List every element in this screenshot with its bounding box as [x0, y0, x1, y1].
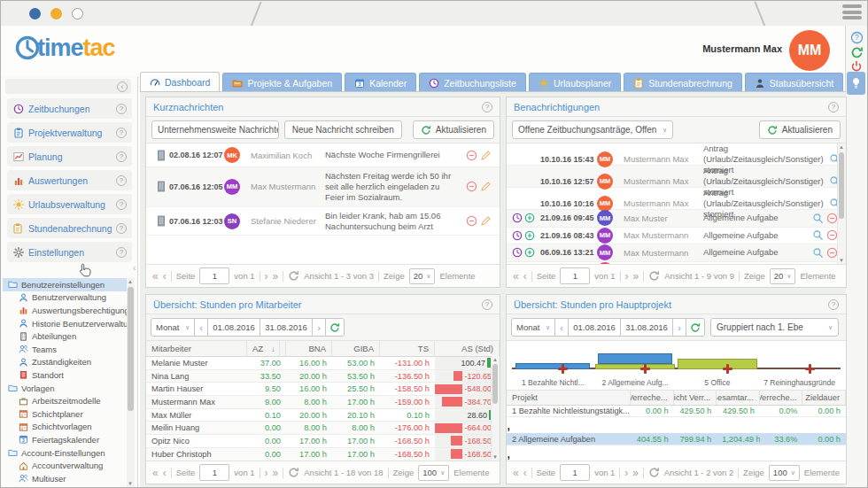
edit-icon[interactable]: [480, 181, 492, 192]
page-input[interactable]: [199, 464, 229, 481]
page-size-select[interactable]: 20 ∨: [770, 268, 796, 284]
tree-item-benutzereinstellungen[interactable]: Benutzereinstellungen: [3, 278, 135, 291]
view-icon[interactable]: [812, 247, 824, 259]
sidebar-item-zeitbuchungen[interactable]: Zeitbuchungen?: [7, 98, 132, 119]
tree-item-auswertungsberechtigungen[interactable]: Auswertungsberechtigungen: [3, 304, 135, 317]
view-icon[interactable]: [812, 229, 824, 241]
tab-kalender[interactable]: 3Kalender: [345, 73, 416, 92]
message-row[interactable]: 07.06.16 12:05MMMax MustermannNächsten F…: [146, 167, 500, 207]
date-from-input[interactable]: 01.08.2016: [207, 318, 260, 337]
chart-bar-nicht-verrechenbar[interactable]: [515, 363, 590, 369]
refresh-icon[interactable]: [288, 467, 299, 478]
help-icon[interactable]: ?: [116, 175, 127, 186]
table-row[interactable]: Meilin Huang0.008.00 h8.00 h-176.00 h-66…: [146, 422, 500, 435]
tree-scrollbar[interactable]: ▲ ▼: [127, 278, 135, 487]
page-size-select[interactable]: 20 ∨: [409, 268, 436, 284]
table-row[interactable]: Mustermann Max9.008.00 h17.00 h-159.00 h…: [146, 396, 500, 409]
scroll-up-icon[interactable]: ▲: [838, 144, 845, 150]
prev-period-icon[interactable]: ‹: [554, 318, 569, 337]
help-icon[interactable]: ?: [116, 151, 127, 162]
period-select[interactable]: Monat∨: [151, 318, 195, 337]
next-page-icon[interactable]: ›: [624, 469, 628, 477]
tree-item-account-einstellungen[interactable]: Account-Einstellungen: [3, 446, 135, 460]
tab-statusübersicht[interactable]: Statusübersicht: [745, 73, 843, 92]
collapse-icon[interactable]: ‹: [117, 81, 128, 92]
notification-row[interactable]: 22.09.16 14:05NLNina LangAllgemeine Aufg…: [507, 262, 846, 265]
tree-item-standort[interactable]: Standort: [3, 368, 135, 382]
refresh-icon[interactable]: [648, 270, 660, 282]
menu-icon[interactable]: [842, 4, 862, 19]
tree-item-feiertagskalender[interactable]: 3Feiertagskalender: [3, 433, 135, 446]
help-icon[interactable]: ?: [116, 104, 127, 114]
table-row[interactable]: Huber Christoph0.0017.00 h17.00 h-168.50…: [146, 448, 500, 461]
help-icon[interactable]: ?: [116, 128, 127, 138]
new-message-button[interactable]: Neue Nachricht schreiben: [284, 120, 402, 139]
message-filter-select[interactable]: Unternehmensweite Nachrichten, N∨: [151, 120, 279, 139]
notification-row[interactable]: 10.10.16 12:57MMMustermann MaxAntrag (Ur…: [507, 166, 846, 188]
table-row[interactable]: 1 Bezahlte Nichtleistungstätigk...0.00 h…: [507, 406, 846, 417]
refresh-icon[interactable]: [648, 467, 660, 478]
first-page-icon[interactable]: «: [152, 272, 159, 281]
next-period-icon[interactable]: ›: [672, 318, 686, 337]
tab-zeitbuchungsliste[interactable]: Zeitbuchungsliste: [419, 73, 526, 92]
prev-page-icon[interactable]: ‹: [163, 272, 167, 281]
refresh-icon[interactable]: [686, 318, 705, 337]
page-input[interactable]: [560, 267, 590, 284]
help-icon[interactable]: ?: [828, 102, 839, 112]
tree-item-historie-benutzerverwaltung[interactable]: Historie Benutzerverwaltung: [3, 317, 135, 330]
date-to-input[interactable]: 31.08.2016: [260, 318, 313, 337]
refresh-button[interactable]: Aktualisieren: [413, 120, 494, 139]
remove-icon[interactable]: [466, 150, 477, 161]
user-avatar[interactable]: MM: [789, 30, 830, 71]
scroll-down-icon[interactable]: ▼: [492, 454, 499, 460]
sidebar-item-projektverwaltung[interactable]: Projektverwaltung?: [7, 122, 132, 143]
refresh-button[interactable]: Aktualisieren: [759, 120, 841, 139]
table-row[interactable]: Nina Lang33.5020.00 h53.50 h-136.50 h-12…: [146, 370, 500, 383]
sidebar-item-einstellungen[interactable]: Einstellungen?: [7, 242, 132, 262]
remove-icon[interactable]: [466, 181, 477, 192]
period-select[interactable]: Monat∨: [511, 318, 555, 337]
remove-icon[interactable]: [466, 215, 477, 227]
tree-item-benutzerverwaltung[interactable]: Benutzerverwaltung: [3, 291, 135, 305]
notification-row[interactable]: 10.10.16 15:43MMMustermann MaxAntrag (Ur…: [507, 143, 846, 166]
chart-bar-nicht-verrechenbar[interactable]: [598, 353, 672, 364]
employees-scrollbar[interactable]: ▲ ▼: [491, 356, 500, 461]
table-row[interactable]: Opitz Nico0.0017.00 h17.00 h-168.50 h-16…: [146, 435, 500, 448]
hint-button[interactable]: [847, 72, 865, 95]
next-page-icon[interactable]: ›: [265, 272, 268, 281]
view-icon[interactable]: [812, 213, 824, 224]
edit-icon[interactable]: [480, 150, 492, 161]
prev-period-icon[interactable]: ‹: [194, 318, 208, 337]
help-icon[interactable]: ?: [828, 299, 839, 310]
tab-dashboard[interactable]: Dashboard: [140, 72, 220, 92]
prev-page-icon[interactable]: ‹: [523, 272, 527, 281]
page-size-select[interactable]: 100 ∨: [769, 465, 800, 481]
edit-icon[interactable]: [480, 215, 492, 227]
help-icon[interactable]: ?: [482, 102, 492, 112]
scroll-up-icon[interactable]: ▲: [492, 357, 499, 362]
help-icon[interactable]: ?: [116, 199, 127, 210]
help-icon[interactable]: ?: [482, 299, 492, 310]
tree-item-accountverwaltung[interactable]: Accountverwaltung: [3, 459, 135, 472]
message-row[interactable]: 02.08.16 12:07MKMaximilian KochNächste W…: [146, 143, 500, 167]
notification-filter-select[interactable]: Offene Zeitbuchungsanträge, Offen∨: [512, 120, 673, 139]
refresh-icon[interactable]: [288, 270, 299, 282]
sidebar-item-urlaubsverwaltung[interactable]: Urlaubsverwaltung?: [7, 194, 132, 214]
tree-item-arbeitszeitmodelle[interactable]: Arbeitszeitmodelle: [3, 394, 135, 407]
table-row[interactable]: 2 Allgemeine Aufgaben404.55 h799.94 h1,2…: [507, 433, 846, 445]
date-to-input[interactable]: 31.08.2016: [620, 318, 673, 337]
notification-row[interactable]: 21.09.16 08:43MMMax MustermannAllgemeine…: [507, 228, 846, 245]
help-icon[interactable]: ?: [116, 223, 127, 234]
scroll-up-icon[interactable]: ▲: [127, 279, 134, 284]
last-page-icon[interactable]: »: [633, 272, 639, 281]
tree-item-schichtplaner[interactable]: Schichtplaner: [3, 407, 135, 421]
notification-row[interactable]: 06.09.16 13:21MMMax MustermannAllgemeine…: [507, 244, 846, 262]
table-row[interactable]: Max Müller0.1020.00 h20.10 h0.10 h28.60: [146, 409, 500, 422]
tree-item-abteilungen[interactable]: Abteilungen: [3, 329, 135, 343]
sidebar-collapse-bar[interactable]: ‹: [5, 79, 131, 94]
last-page-icon[interactable]: »: [273, 272, 279, 281]
scroll-down-icon[interactable]: ▼: [838, 258, 845, 263]
first-page-icon[interactable]: «: [152, 469, 159, 477]
first-page-icon[interactable]: «: [513, 469, 519, 477]
notification-row[interactable]: 21.09.16 09:45MMMax MusterAllgemeine Auf…: [507, 210, 846, 228]
